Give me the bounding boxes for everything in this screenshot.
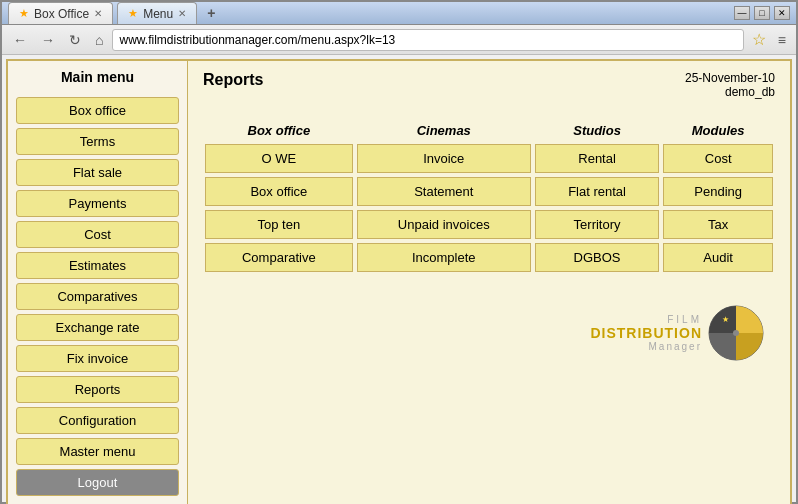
report-statement[interactable]: Statement: [357, 177, 531, 206]
col-header-cinemas: Cinemas: [355, 119, 533, 142]
sidebar-item-configuration[interactable]: Configuration: [16, 407, 179, 434]
sidebar-item-comparatives[interactable]: Comparatives: [16, 283, 179, 310]
table-row: Box office Statement Flat rental Pending: [203, 175, 775, 208]
report-territory[interactable]: Territory: [535, 210, 659, 239]
report-incomplete[interactable]: Incomplete: [357, 243, 531, 272]
back-button[interactable]: ←: [8, 30, 32, 50]
col-header-studios: Studios: [533, 119, 661, 142]
bookmark-icon[interactable]: ☆: [748, 28, 770, 51]
table-row: O WE Invoice Rental Cost: [203, 142, 775, 175]
tab1-label: Box Office: [34, 7, 89, 21]
col-header-box-office: Box office: [203, 119, 355, 142]
table-row: Comparative Incomplete DGBOS Audit: [203, 241, 775, 274]
report-flat-rental[interactable]: Flat rental: [535, 177, 659, 206]
refresh-button[interactable]: ↻: [64, 30, 86, 50]
col-header-modules: Modules: [661, 119, 775, 142]
sidebar-item-box-office[interactable]: Box office: [16, 97, 179, 124]
logo-film: FILM: [590, 314, 702, 325]
browser-menu-icon[interactable]: ≡: [774, 30, 790, 50]
sidebar-item-flat-sale[interactable]: Flat sale: [16, 159, 179, 186]
sidebar-title: Main menu: [16, 69, 179, 85]
report-cost[interactable]: Cost: [663, 144, 773, 173]
maximize-button[interactable]: □: [754, 6, 770, 20]
reports-table: Box office Cinemas Studios Modules O WE …: [203, 119, 775, 274]
tab-star-icon: ★: [19, 7, 29, 20]
sidebar: Main menu Box office Terms Flat sale Pay…: [8, 61, 188, 504]
tab-menu[interactable]: ★ Menu ✕: [117, 2, 197, 24]
content-area: Main menu Box office Terms Flat sale Pay…: [6, 59, 792, 504]
main-wrapper: Reports 25-November-10 demo_db Box offic…: [188, 61, 790, 504]
sidebar-item-payments[interactable]: Payments: [16, 190, 179, 217]
page-title: Reports: [203, 71, 263, 89]
main-content: Reports 25-November-10 demo_db Box offic…: [188, 61, 790, 504]
sidebar-item-cost[interactable]: Cost: [16, 221, 179, 248]
report-audit[interactable]: Audit: [663, 243, 773, 272]
window-controls: — □ ✕: [734, 6, 790, 20]
film-logo: FILM DISTRIBUTION Manager: [203, 304, 775, 362]
logo-text: FILM DISTRIBUTION Manager: [590, 314, 702, 352]
report-tax[interactable]: Tax: [663, 210, 773, 239]
sidebar-item-master-menu[interactable]: Master menu: [16, 438, 179, 465]
sidebar-item-estimates[interactable]: Estimates: [16, 252, 179, 279]
report-rental[interactable]: Rental: [535, 144, 659, 173]
report-top-ten[interactable]: Top ten: [205, 210, 353, 239]
page-db: demo_db: [685, 85, 775, 99]
page-date: 25-November-10: [685, 71, 775, 85]
sidebar-item-terms[interactable]: Terms: [16, 128, 179, 155]
table-row: Top ten Unpaid invoices Territory Tax: [203, 208, 775, 241]
title-bar: ★ Box Office ✕ ★ Menu ✕ + — □ ✕: [2, 2, 796, 25]
report-box-office[interactable]: Box office: [205, 177, 353, 206]
tab2-close-icon[interactable]: ✕: [178, 8, 186, 19]
address-bar[interactable]: [112, 29, 743, 51]
tab2-label: Menu: [143, 7, 173, 21]
tab1-close-icon[interactable]: ✕: [94, 8, 102, 19]
home-button[interactable]: ⌂: [90, 30, 108, 50]
logo-distribution: DISTRIBUTION: [590, 325, 702, 341]
sidebar-item-fix-invoice[interactable]: Fix invoice: [16, 345, 179, 372]
sidebar-item-exchange-rate[interactable]: Exchange rate: [16, 314, 179, 341]
report-o-we[interactable]: O WE: [205, 144, 353, 173]
report-comparative[interactable]: Comparative: [205, 243, 353, 272]
report-dgbos[interactable]: DGBOS: [535, 243, 659, 272]
forward-button[interactable]: →: [36, 30, 60, 50]
svg-text:★: ★: [722, 315, 729, 324]
svg-point-1: [733, 330, 739, 336]
tab-bar: ★ Box Office ✕ ★ Menu ✕ +: [8, 2, 734, 24]
logo-circle-icon: ★: [707, 304, 765, 362]
sidebar-item-logout[interactable]: Logout: [16, 469, 179, 496]
sidebar-item-reports[interactable]: Reports: [16, 376, 179, 403]
report-unpaid-invoices[interactable]: Unpaid invoices: [357, 210, 531, 239]
minimize-button[interactable]: —: [734, 6, 750, 20]
logo-manager: Manager: [590, 341, 702, 352]
new-tab-button[interactable]: +: [201, 2, 221, 24]
tab2-star-icon: ★: [128, 7, 138, 20]
report-invoice[interactable]: Invoice: [357, 144, 531, 173]
page-meta: 25-November-10 demo_db: [685, 71, 775, 99]
nav-bar: ← → ↻ ⌂ ☆ ≡: [2, 25, 796, 55]
report-pending[interactable]: Pending: [663, 177, 773, 206]
tab-box-office[interactable]: ★ Box Office ✕: [8, 2, 113, 24]
close-button[interactable]: ✕: [774, 6, 790, 20]
browser-window: ★ Box Office ✕ ★ Menu ✕ + — □ ✕ ← → ↻ ⌂ …: [0, 0, 798, 504]
page-header: Reports 25-November-10 demo_db: [203, 71, 775, 99]
